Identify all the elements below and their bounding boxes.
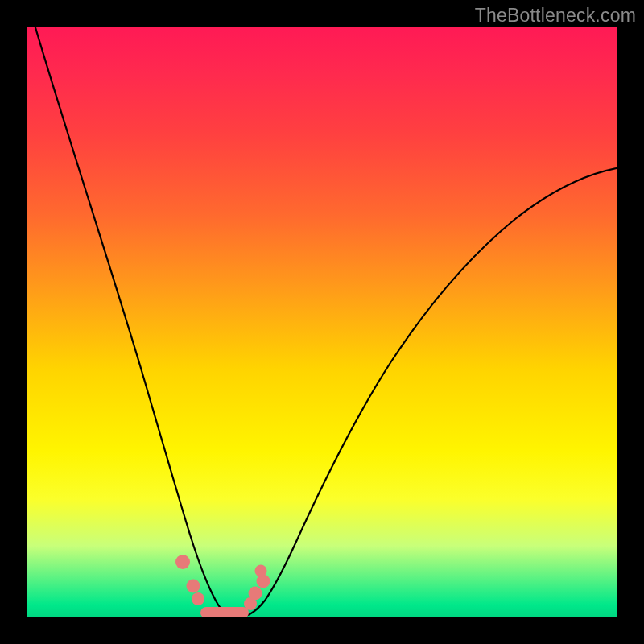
valley-marker xyxy=(192,592,204,605)
valley-marker xyxy=(175,555,190,569)
valley-marker xyxy=(187,580,200,593)
plot-area xyxy=(27,27,617,617)
watermark-text: TheBottleneck.com xyxy=(475,5,636,27)
chart-frame: TheBottleneck.com xyxy=(0,0,644,644)
valley-marker xyxy=(255,565,267,577)
valley-floor xyxy=(200,607,249,617)
valley-marker xyxy=(249,587,262,601)
bottleneck-curve xyxy=(27,27,617,617)
